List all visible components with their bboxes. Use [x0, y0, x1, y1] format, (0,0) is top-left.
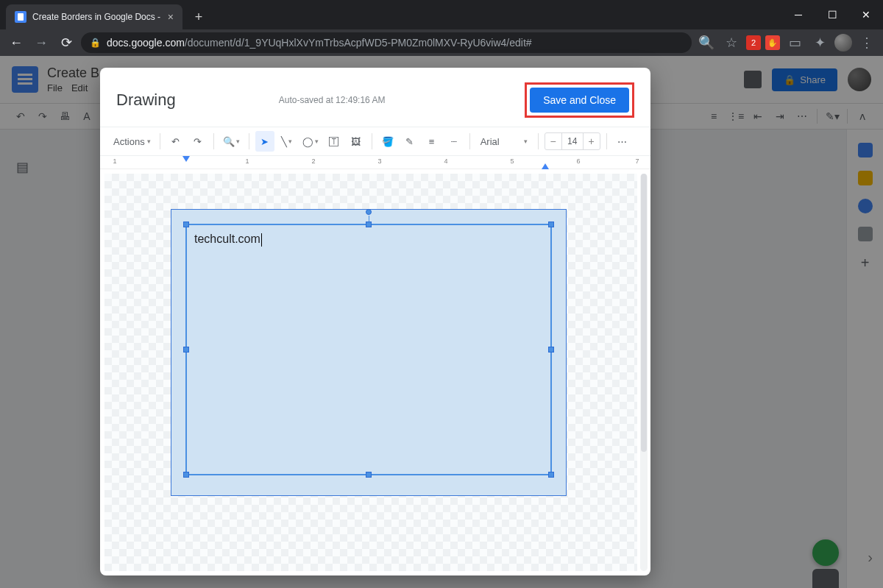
paint-format-icon[interactable]: A: [79, 109, 94, 124]
image-tool[interactable]: 🖼: [347, 131, 366, 152]
window-controls: ─ ☐ ✕: [781, 0, 883, 29]
keep-addon-icon[interactable]: [858, 171, 873, 185]
save-and-close-button[interactable]: Save and Close: [530, 88, 629, 113]
window-close-button[interactable]: ✕: [849, 0, 883, 29]
browser-titlebar: Create Borders in Google Docs - × + ─ ☐ …: [0, 0, 883, 29]
share-button[interactable]: 🔒 Share: [772, 68, 837, 91]
resize-handle-mr[interactable]: [548, 347, 554, 353]
redo-button[interactable]: ↷: [188, 131, 208, 152]
extension-adblock-icon[interactable]: ✋: [765, 35, 780, 50]
font-family-select[interactable]: Arial▾: [476, 131, 532, 152]
resize-handle-tr[interactable]: [548, 222, 554, 227]
new-tab-button[interactable]: +: [188, 7, 209, 27]
line-tool[interactable]: ╲: [277, 131, 297, 152]
nav-forward-button[interactable]: →: [31, 32, 52, 53]
extensions-puzzle-icon[interactable]: ✦: [809, 32, 830, 53]
resize-handle-bm[interactable]: [366, 472, 372, 478]
increase-indent-icon[interactable]: ⇥: [773, 109, 787, 124]
document-outline-icon[interactable]: ▤: [16, 159, 29, 175]
contacts-addon-icon[interactable]: [858, 227, 873, 241]
drawing-title: Drawing: [116, 91, 176, 110]
numbered-list-icon[interactable]: ⋮≡: [728, 109, 743, 124]
docs-logo-icon[interactable]: [12, 66, 38, 93]
actions-menu[interactable]: Actions▾: [110, 131, 154, 152]
nav-back-button[interactable]: ←: [6, 32, 26, 53]
drawing-dialog: Drawing Auto-saved at 12:49:16 AM Save a…: [100, 68, 650, 575]
docs-menubar: File Edit: [47, 82, 99, 93]
text-cursor: [261, 233, 262, 247]
browser-address-bar: ← → ⟳ 🔒 docs.google.com/document/d/1_9YU…: [0, 29, 883, 56]
url-input[interactable]: 🔒 docs.google.com/document/d/1_9YUqHxlXv…: [81, 32, 692, 53]
rotate-handle[interactable]: [366, 209, 372, 215]
fill-color-button[interactable]: 🪣: [378, 131, 397, 152]
menu-file[interactable]: File: [47, 82, 63, 93]
more-toolbar-icon[interactable]: ⋯: [795, 109, 809, 124]
textbox-text[interactable]: techcult.com: [194, 233, 262, 247]
tab-title: Create Borders in Google Docs -: [32, 12, 160, 22]
window-maximize-button[interactable]: ☐: [815, 0, 849, 29]
tasks-addon-icon[interactable]: [858, 199, 873, 213]
calendar-addon-icon[interactable]: [858, 143, 873, 157]
font-size-stepper[interactable]: − 14 +: [545, 132, 600, 150]
resize-handle-br[interactable]: [548, 472, 554, 478]
font-size-increase[interactable]: +: [584, 135, 600, 147]
scrollbar-thumb[interactable]: [641, 174, 647, 452]
nav-reload-button[interactable]: ⟳: [56, 32, 77, 53]
select-tool[interactable]: ➤: [255, 131, 274, 152]
border-weight-button[interactable]: ≡: [422, 131, 442, 152]
autosave-status: Auto-saved at 12:49:16 AM: [279, 95, 386, 105]
print-icon[interactable]: 🖶: [57, 109, 72, 124]
account-avatar[interactable]: [848, 68, 871, 91]
canvas-scrollbar[interactable]: [640, 174, 648, 571]
tab-close-icon[interactable]: ×: [168, 11, 174, 23]
more-options-button[interactable]: ⋯: [613, 131, 632, 152]
cast-icon[interactable]: ▭: [784, 32, 805, 53]
drawing-dialog-header: Drawing Auto-saved at 12:49:16 AM Save a…: [100, 68, 650, 127]
browser-menu-icon[interactable]: ⋮: [857, 32, 877, 53]
resize-handle-bl[interactable]: [183, 472, 189, 478]
left-indent-marker[interactable]: [182, 156, 190, 162]
browser-extensions: 🔍 ☆ 2 ✋ ▭ ✦ ⋮: [696, 32, 877, 53]
window-minimize-button[interactable]: ─: [781, 0, 815, 29]
docs-favicon-icon: [15, 11, 26, 23]
font-size-value[interactable]: 14: [561, 133, 584, 149]
shape-tool[interactable]: ◯: [299, 131, 322, 152]
url-path: /document/d/1_9YUqHxlXvYmTrbsAcpfWD5-PM0…: [185, 37, 532, 49]
resize-handle-tm[interactable]: [366, 222, 372, 227]
comments-icon[interactable]: [744, 71, 762, 88]
profile-avatar[interactable]: [834, 34, 852, 52]
editing-mode-icon[interactable]: ✎▾: [825, 109, 840, 124]
resize-handle-ml[interactable]: [183, 347, 189, 353]
drawing-canvas[interactable]: techcult.com: [104, 174, 637, 571]
border-color-button[interactable]: ✎: [400, 131, 419, 152]
lock-icon: 🔒: [90, 38, 101, 48]
grammarly-badge-icon[interactable]: [812, 539, 839, 566]
collapse-toolbar-icon[interactable]: ʌ: [855, 109, 870, 124]
menu-edit[interactable]: Edit: [71, 82, 88, 93]
browser-tab[interactable]: Create Borders in Google Docs - ×: [6, 4, 182, 29]
horizontal-ruler[interactable]: 1 1 2 3 4 5 6 7: [100, 156, 650, 169]
zoom-menu[interactable]: 🔍: [220, 131, 243, 152]
search-icon[interactable]: 🔍: [696, 32, 717, 53]
undo-button[interactable]: ↶: [166, 131, 185, 152]
text-box[interactable]: techcult.com: [185, 224, 552, 475]
save-close-highlight: Save and Close: [525, 82, 634, 118]
right-indent-marker[interactable]: [542, 163, 549, 169]
font-size-decrease[interactable]: −: [545, 135, 561, 147]
star-icon[interactable]: ☆: [721, 32, 742, 53]
hide-side-panel-button[interactable]: ›: [868, 549, 873, 566]
document-title[interactable]: Create B: [47, 65, 99, 81]
undo-icon[interactable]: ↶: [13, 109, 28, 124]
add-addon-button[interactable]: +: [861, 255, 870, 272]
explore-button[interactable]: [812, 569, 839, 588]
lock-icon: 🔒: [784, 74, 795, 85]
extension-todoist-icon[interactable]: 2: [746, 35, 761, 50]
bulleted-list-icon[interactable]: ≡: [706, 109, 721, 124]
redo-icon[interactable]: ↷: [35, 109, 50, 124]
decrease-indent-icon[interactable]: ⇤: [751, 109, 765, 124]
drawing-toolbar: Actions▾ ↶ ↷ 🔍 ➤ ╲ ◯ 🅃 🖼 🪣 ✎ ≡ ┄ Arial▾ …: [100, 127, 650, 156]
textbox-tool[interactable]: 🅃: [325, 131, 344, 152]
border-dash-button[interactable]: ┄: [444, 131, 464, 152]
resize-handle-tl[interactable]: [183, 222, 189, 227]
side-panel: +: [846, 130, 883, 588]
